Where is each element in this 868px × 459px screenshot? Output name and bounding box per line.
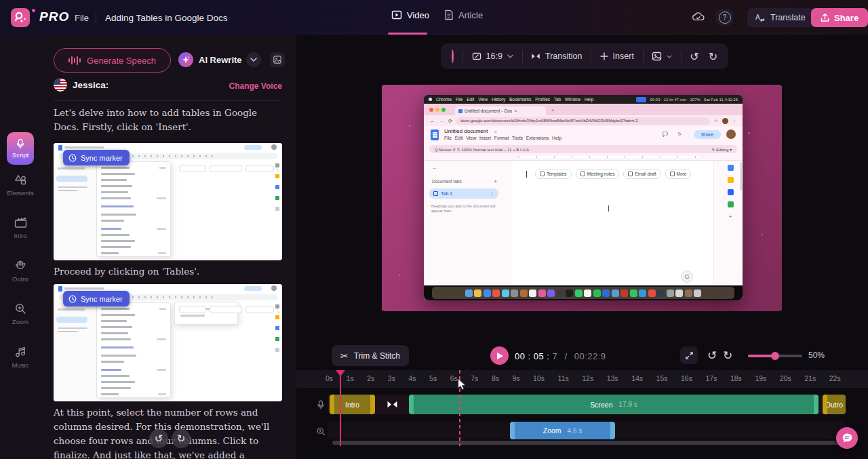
dock-app-icon [575, 290, 583, 297]
fullscreen-button[interactable] [680, 346, 698, 364]
script-paragraph[interactable]: At this point, select the number of rows… [54, 405, 281, 459]
background-color-swatch[interactable] [452, 49, 454, 63]
clip-handle[interactable] [823, 395, 827, 414]
chip-meeting-notes: Meeting notes [576, 169, 620, 179]
browser-avatar [722, 118, 728, 124]
app-logo-icon[interactable] [11, 8, 30, 27]
clip-handle[interactable] [510, 422, 515, 439]
sidebar-item-zoom[interactable]: Zoom [0, 302, 41, 325]
frame-icon [472, 52, 481, 61]
voice-flag-avatar[interactable] [54, 78, 67, 92]
microphone-icon [15, 138, 26, 149]
speaker-name: Jessica: [73, 80, 108, 90]
dock-app-icon [648, 290, 656, 297]
clip-intro[interactable]: Intro [330, 395, 375, 414]
undo-button[interactable]: ↺ [690, 50, 698, 63]
timeline-tick: 10s [533, 374, 545, 382]
sync-marker-button-2[interactable]: Sync marker [63, 291, 130, 306]
timeline-scrollbar[interactable] [332, 441, 841, 445]
divider [54, 100, 281, 101]
play-icon [497, 353, 503, 359]
dock-app-icon [675, 290, 683, 297]
clip-screen[interactable]: Screen 17.9 s [409, 395, 818, 414]
change-voice-link[interactable]: Change Voice [229, 81, 282, 91]
article-icon [444, 9, 454, 20]
clip-handle[interactable] [330, 395, 334, 414]
slider-knob[interactable] [771, 352, 779, 360]
sync-marker-button-1[interactable]: Sync marker [63, 150, 130, 165]
ai-sparkle-icon[interactable] [178, 52, 193, 67]
script-caption[interactable]: Proceed by clicking on 'Tables'. [54, 264, 281, 279]
waveform-icon [68, 56, 81, 65]
timeline-tick: 22s [829, 374, 841, 382]
current-time: 00 : 05 : [515, 351, 549, 361]
script-paragraph[interactable]: Let's delve into how to add tables in Go… [54, 106, 281, 134]
redo-button-overlay[interactable]: ↻ [172, 429, 191, 448]
clip-handle[interactable] [370, 395, 375, 414]
canvas-toolbar: 16:9 Transition Insert ↺ ↻ [441, 43, 728, 69]
dock-app-icon [474, 290, 481, 297]
redo-button-player[interactable]: ↻ [723, 348, 732, 363]
zoom-track-icon [316, 426, 326, 436]
docs-ruler [424, 155, 743, 161]
clock-icon [68, 295, 77, 303]
sidebar-item-elements[interactable]: Elements [0, 174, 41, 197]
playhead-line[interactable] [340, 370, 341, 446]
google-side-rail: + [725, 165, 736, 220]
sidebar-item-script[interactable]: Script [7, 132, 34, 165]
sidebar-item-intro[interactable]: Intro [0, 217, 41, 239]
chevron-down-icon[interactable] [246, 52, 261, 67]
timeline-tick: 21s [804, 374, 816, 382]
svg-text:A: A [755, 14, 760, 21]
video-preview-stage[interactable]: Chrome File Edit View History Bookmarks … [382, 85, 782, 311]
generate-speech-button[interactable]: Generate Speech [54, 48, 171, 73]
sidebar-item-music[interactable]: Music [0, 346, 41, 369]
timeline-zoom-slider[interactable] [748, 355, 802, 357]
clip-zoom[interactable]: Zoom 4.6 s [510, 422, 615, 439]
question-icon: ? [719, 12, 731, 24]
undo-button-player[interactable]: ↺ [707, 348, 717, 363]
translate-button[interactable]: A⇄ Translate [747, 8, 814, 27]
image-frame-icon[interactable] [270, 52, 285, 67]
sidebar-item-outro[interactable]: Outro [0, 260, 41, 283]
share-button[interactable]: Share [811, 8, 868, 27]
transition-button[interactable]: Transition [531, 52, 582, 61]
image-icon [652, 52, 662, 61]
cloud-saved-icon[interactable] [691, 10, 705, 24]
play-button[interactable] [490, 346, 509, 365]
add-tab-icon: + [494, 178, 497, 184]
clip-handle[interactable] [610, 422, 615, 439]
time-display: 00 : 05 : 7 / 00:22:9 [515, 351, 606, 361]
chat-bubble-icon [842, 433, 853, 443]
tab-article[interactable]: Article [444, 9, 483, 20]
undo-button-overlay[interactable]: ↺ [149, 429, 168, 448]
ai-rewrite-button[interactable]: AI Rewrite [199, 55, 242, 65]
logo-text: PRO [39, 9, 69, 24]
clip-handle[interactable] [409, 395, 414, 414]
zoom-percent: 50% [808, 351, 825, 360]
trim-stitch-button[interactable]: ✂ Trim & Stitch [332, 345, 409, 366]
dock-app-icon [602, 290, 610, 297]
media-button[interactable] [652, 52, 672, 61]
aspect-ratio-button[interactable]: 16:9 [472, 52, 513, 61]
clip-handle[interactable] [814, 395, 818, 414]
script-screenshot-1[interactable]: Sync marker [54, 143, 282, 260]
music-notes-icon [14, 346, 26, 358]
file-menu[interactable]: File [75, 13, 89, 23]
browser-tab: Untitled document - Goo × [455, 106, 546, 115]
transition-marker[interactable] [384, 399, 400, 410]
dock-app-icon [593, 290, 601, 297]
mac-clock: Sat Feb 11 4:11:25 [704, 98, 738, 102]
insert-button[interactable]: Insert [600, 52, 634, 61]
expand-icon [685, 351, 694, 360]
dock-app-icon [547, 290, 555, 297]
support-chat-button[interactable] [836, 427, 858, 449]
clip-outro[interactable]: Outro [823, 395, 846, 414]
dock-app-icon [492, 290, 500, 297]
script-screenshot-2[interactable]: Sync marker [54, 284, 282, 401]
mic-track-icon [316, 399, 326, 410]
help-button[interactable]: ? [716, 9, 733, 26]
tab-video[interactable]: Video [391, 9, 429, 20]
redo-button[interactable]: ↻ [709, 50, 717, 63]
project-title[interactable]: Adding Tables in Google Docs [105, 13, 228, 23]
